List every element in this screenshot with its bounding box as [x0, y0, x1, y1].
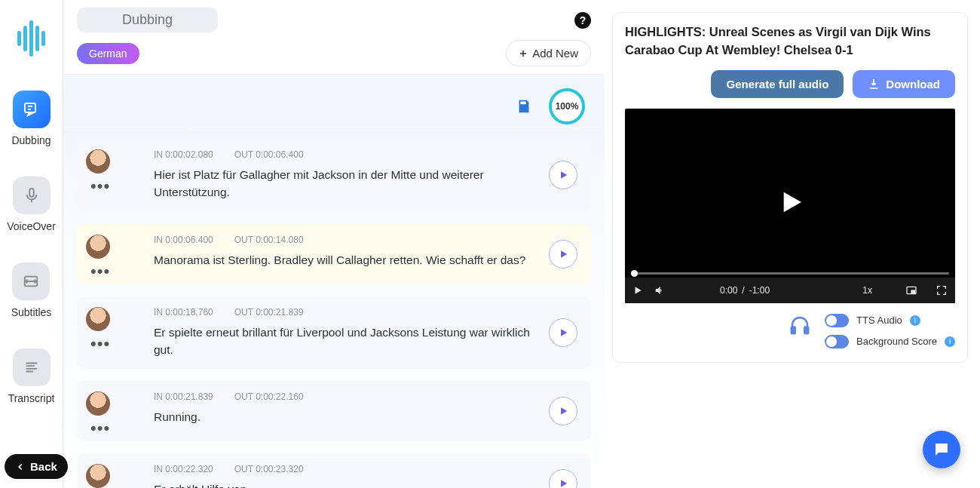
fullscreen-icon[interactable]: [936, 284, 948, 296]
play-icon: [558, 249, 568, 259]
toolbar-strip: 100%: [63, 75, 605, 133]
out-time: OUT 0:00:21.839: [234, 307, 304, 318]
segment-play-button[interactable]: [549, 161, 577, 189]
segment-text: Manorama ist Sterling. Bradley will Call…: [154, 251, 537, 269]
segment-text: Hier ist Platz für Gallagher mit Jackson…: [154, 166, 537, 201]
segment-row[interactable]: •••IN 0:00:22.320OUT 0:00:23.320Er erhäl…: [77, 453, 591, 488]
nav-label: Transcript: [8, 392, 55, 404]
speaker-avatar: [86, 149, 110, 173]
save-icon[interactable]: [516, 98, 532, 115]
more-menu[interactable]: •••: [90, 419, 110, 438]
playback-rate[interactable]: 1x: [862, 285, 872, 296]
nav-dubbing[interactable]: Dubbing: [11, 91, 51, 146]
language-row: German Add New: [63, 35, 605, 75]
play-small-icon[interactable]: [632, 285, 643, 296]
bg-label: Background Score: [856, 336, 937, 347]
segment-play-button[interactable]: [549, 469, 577, 488]
microphone-icon: [13, 176, 51, 214]
sidebar: Dubbing VoiceOver Subtitles Transcript B…: [0, 0, 63, 488]
info-icon[interactable]: i: [945, 336, 955, 347]
segment-text: Er erhält Hilfe von.: [154, 480, 537, 488]
play-icon: [558, 170, 568, 180]
svg-rect-0: [25, 103, 35, 112]
back-label: Back: [30, 460, 57, 473]
in-time: IN 0:00:22.320: [154, 464, 213, 474]
info-icon[interactable]: i: [910, 315, 920, 326]
video-player[interactable]: 0:00 / -1:00 1x: [625, 109, 955, 303]
tts-toggle[interactable]: [825, 314, 849, 327]
main-column: Dubbing ? German Add New 100% •••IN 0:00…: [63, 0, 605, 488]
headphones-icon: [789, 314, 811, 336]
segment-play-button[interactable]: [549, 318, 577, 347]
segments-list[interactable]: •••IN 0:00:02.080OUT 0:00:06.400Hier ist…: [63, 133, 605, 488]
add-new-label: Add New: [532, 47, 578, 60]
video-duration: -1:00: [749, 285, 770, 296]
video-title: HIGHLIGHTS: Unreal Scenes as Virgil van …: [625, 23, 955, 60]
speaker-avatar: [86, 307, 110, 331]
back-button[interactable]: Back: [5, 454, 68, 479]
help-icon[interactable]: ?: [574, 12, 591, 29]
out-time: OUT 0:00:22.160: [234, 391, 304, 402]
page-title: Dubbing: [77, 8, 218, 32]
title-row: Dubbing ?: [63, 0, 605, 35]
svg-rect-5: [792, 327, 795, 333]
segment-row[interactable]: •••IN 0:00:21.839OUT 0:00:22.160Running.: [77, 381, 591, 441]
volume-icon[interactable]: [654, 284, 666, 296]
nav-voiceover[interactable]: VoiceOver: [7, 176, 56, 232]
speaker-avatar: [86, 391, 110, 416]
arrow-left-icon: [15, 462, 26, 472]
svg-rect-6: [804, 327, 808, 333]
segment-text: Er spielte erneut brillant für Liverpool…: [154, 324, 537, 359]
subtitles-icon: [12, 262, 50, 300]
more-menu[interactable]: •••: [90, 334, 110, 354]
play-icon: [558, 478, 568, 488]
out-time: OUT 0:00:14.080: [234, 235, 304, 245]
out-time: OUT 0:00:23.320: [234, 464, 304, 474]
tts-label: TTS Audio: [856, 315, 902, 326]
nav-subtitles[interactable]: Subtitles: [11, 262, 52, 318]
language-chip[interactable]: German: [77, 43, 139, 64]
nav-transcript[interactable]: Transcript: [8, 348, 55, 404]
play-icon[interactable]: [775, 187, 805, 217]
plus-icon: [519, 49, 528, 58]
generate-audio-button[interactable]: Generate full audio: [711, 70, 844, 98]
play-icon: [558, 406, 568, 416]
in-time: IN 0:00:02.080: [154, 149, 213, 160]
add-new-button[interactable]: Add New: [506, 40, 591, 66]
app-logo: [13, 17, 51, 60]
transcript-icon: [13, 348, 51, 386]
audio-toggles: TTS Audio i Background Score i: [625, 314, 955, 348]
dubbing-icon: [13, 91, 51, 128]
nav-label: Dubbing: [11, 134, 51, 146]
segment-play-button[interactable]: [549, 397, 577, 425]
progress-ring: 100%: [549, 88, 585, 124]
video-current-time: 0:00: [720, 285, 737, 296]
video-timeline[interactable]: [631, 272, 949, 275]
in-time: IN 0:00:06.400: [154, 235, 213, 245]
right-panel: HIGHLIGHTS: Unreal Scenes as Virgil van …: [605, 0, 980, 488]
svg-rect-1: [29, 189, 34, 197]
download-button[interactable]: Download: [853, 70, 955, 98]
video-panel: HIGHLIGHTS: Unreal Scenes as Virgil van …: [612, 12, 968, 363]
download-icon: [868, 78, 880, 90]
more-menu[interactable]: •••: [90, 176, 110, 196]
background-score-toggle[interactable]: [825, 335, 849, 348]
nav-label: VoiceOver: [7, 220, 56, 232]
chat-icon: [933, 440, 951, 459]
in-time: IN 0:00:21.839: [154, 391, 213, 402]
segment-row[interactable]: •••IN 0:00:02.080OUT 0:00:06.400Hier ist…: [77, 139, 591, 212]
segment-row[interactable]: •••IN 0:00:18.760OUT 0:00:21.839Er spiel…: [77, 296, 591, 370]
play-icon: [558, 327, 568, 338]
svg-rect-4: [911, 290, 915, 293]
speaker-avatar: [86, 235, 110, 259]
in-time: IN 0:00:18.760: [154, 307, 213, 318]
more-menu[interactable]: •••: [90, 262, 110, 281]
nav-label: Subtitles: [11, 306, 52, 318]
video-controls: 0:00 / -1:00 1x: [625, 278, 955, 303]
pip-icon[interactable]: [905, 284, 917, 296]
segment-play-button[interactable]: [549, 240, 577, 269]
speaker-avatar: [86, 464, 110, 488]
chat-fab[interactable]: [923, 431, 960, 468]
out-time: OUT 0:00:06.400: [234, 149, 304, 160]
segment-row[interactable]: •••IN 0:00:06.400OUT 0:00:14.080Manorama…: [77, 224, 591, 284]
